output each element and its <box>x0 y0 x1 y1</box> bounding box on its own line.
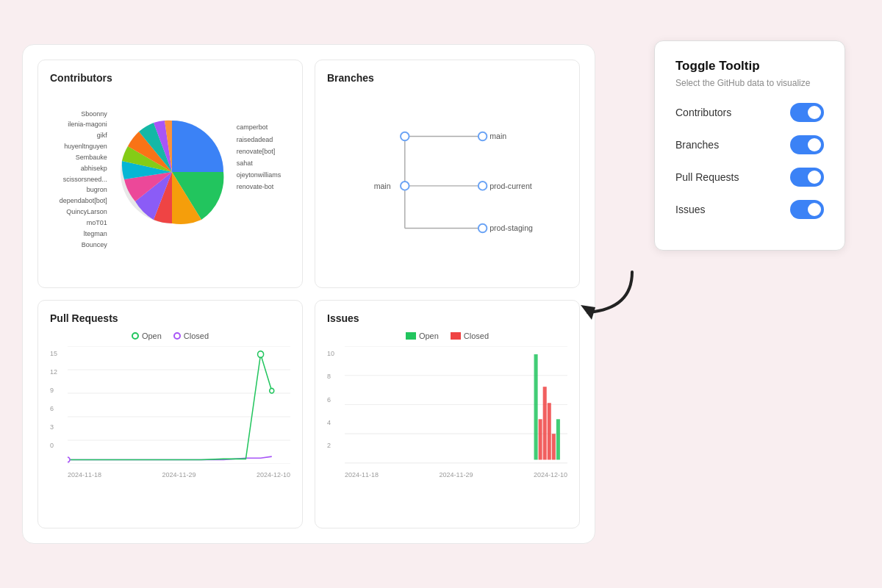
svg-point-6 <box>401 132 409 141</box>
svg-text:main: main <box>374 182 391 190</box>
issues-x-axis: 2024-11-182024-11-292024-12-10 <box>345 471 567 478</box>
svg-point-8 <box>478 132 487 141</box>
toggle-row-branches[interactable]: Branches ✓ <box>675 135 824 154</box>
svg-point-10 <box>478 224 487 233</box>
svg-point-23 <box>270 388 274 393</box>
svg-rect-33 <box>552 434 556 459</box>
toggle-check-contributors: ✓ <box>811 107 819 117</box>
toggle-label-branches: Branches <box>675 139 719 151</box>
toggle-pull-requests[interactable]: ✓ <box>790 168 824 187</box>
toggle-row-issues[interactable]: Issues ✓ <box>675 200 824 219</box>
svg-point-21 <box>68 457 70 462</box>
open-legend-dot <box>132 332 139 340</box>
toggle-check-issues: ✓ <box>811 204 819 214</box>
issues-legend: Open Closed <box>327 331 567 340</box>
pr-legend: Open Closed <box>50 331 290 340</box>
branches-panel: Branches main main prod-current prod-sta… <box>315 60 580 288</box>
toggle-label-issues: Issues <box>675 204 705 215</box>
arrow-container <box>573 265 647 326</box>
svg-rect-34 <box>556 419 560 459</box>
tooltip-title: Toggle Tooltip <box>675 59 824 74</box>
svg-rect-29 <box>534 354 538 459</box>
pie-labels-right: camperbot raisedadead renovate[bot] saha… <box>237 121 282 193</box>
toggle-label-pull-requests: Pull Requests <box>675 171 739 183</box>
tooltip-subtitle: Select the GitHub data to visualize <box>675 78 824 88</box>
svg-rect-32 <box>548 403 551 459</box>
main-card: Contributors Sboonny ilenia-magoni gikf … <box>22 44 595 544</box>
contributors-title: Contributors <box>50 72 290 84</box>
svg-text:prod-staging: prod-staging <box>490 223 533 232</box>
pr-chart-area <box>68 346 290 464</box>
branches-diagram: main main prod-current prod-staging <box>327 91 567 238</box>
pr-y-axis: 15129630 <box>50 346 57 449</box>
toggle-issues[interactable]: ✓ <box>790 200 824 219</box>
issues-chart-area <box>345 346 567 464</box>
open-legend-label: Open <box>142 331 162 340</box>
pr-legend-closed: Closed <box>173 331 209 340</box>
toggle-branches[interactable]: ✓ <box>790 135 824 154</box>
toggle-check-branches: ✓ <box>811 139 819 149</box>
closed-legend-dot <box>173 332 181 340</box>
pr-x-axis: 2024-11-182024-11-292024-12-10 <box>68 471 290 478</box>
issues-closed-rect <box>451 332 461 340</box>
svg-point-7 <box>401 182 409 190</box>
svg-point-9 <box>478 182 487 190</box>
arrow-icon <box>573 265 647 323</box>
pr-chart-wrapper: 15129630 <box>50 346 290 478</box>
svg-text:main: main <box>490 132 506 140</box>
contributors-pie-chart <box>113 113 231 231</box>
issues-panel: Issues Open Closed 108642 <box>315 300 580 528</box>
issues-y-axis: 108642 <box>327 346 334 449</box>
closed-legend-label: Closed <box>184 331 209 340</box>
svg-rect-31 <box>543 387 547 459</box>
contributors-panel: Contributors Sboonny ilenia-magoni gikf … <box>37 60 303 288</box>
tooltip-panel: Toggle Tooltip Select the GitHub data to… <box>654 40 845 251</box>
pie-labels-left: Sboonny ilenia-magoni gikf huyenltnguyen… <box>60 109 107 251</box>
pr-title: Pull Requests <box>50 312 290 324</box>
branches-title: Branches <box>327 72 567 84</box>
issues-legend-open: Open <box>406 331 439 340</box>
toggle-label-contributors: Contributors <box>675 107 731 118</box>
issues-open-label: Open <box>419 331 439 340</box>
issues-closed-label: Closed <box>464 331 489 340</box>
svg-text:prod-current: prod-current <box>490 182 532 190</box>
issues-open-rect <box>406 332 416 340</box>
pull-requests-panel: Pull Requests Open Closed 15129630 <box>37 300 303 528</box>
toggle-row-pull-requests[interactable]: Pull Requests ✓ <box>675 168 824 187</box>
svg-point-22 <box>258 351 264 358</box>
issues-title: Issues <box>327 312 567 324</box>
pr-legend-open: Open <box>132 331 162 340</box>
issues-chart-wrapper: 108642 <box>327 346 567 478</box>
issues-legend-closed: Closed <box>451 331 489 340</box>
svg-rect-30 <box>539 419 542 459</box>
toggle-row-contributors[interactable]: Contributors ✓ <box>675 103 824 122</box>
toggle-contributors[interactable]: ✓ <box>790 103 824 122</box>
toggle-check-pull-requests: ✓ <box>811 171 819 182</box>
svg-marker-35 <box>581 305 595 320</box>
